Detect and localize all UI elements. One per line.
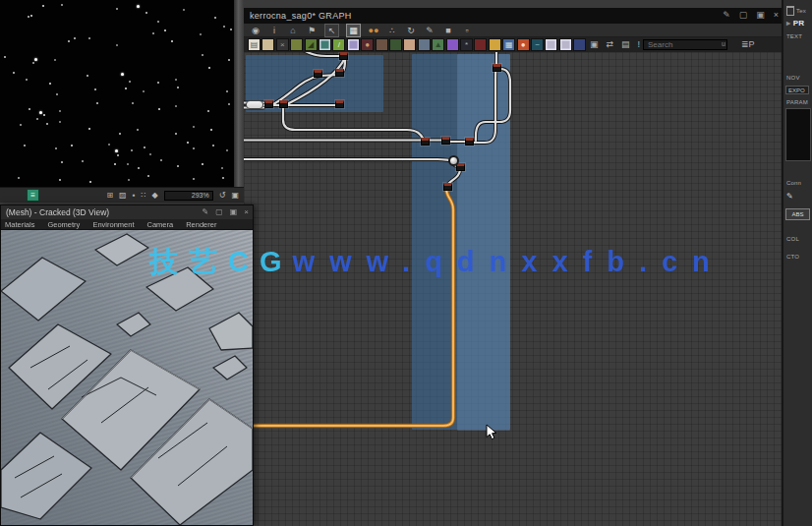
shelf-node-icon-4[interactable] xyxy=(290,38,303,51)
shelf-node-icon-20[interactable]: ● xyxy=(517,38,530,51)
list-options-icon[interactable]: ≣P xyxy=(741,39,755,49)
close-icon[interactable]: × xyxy=(774,9,779,21)
dot-node-selected[interactable] xyxy=(448,155,459,166)
texture-dot xyxy=(145,12,147,14)
rows-icon[interactable]: ▤ xyxy=(621,39,630,49)
info-icon[interactable]: i xyxy=(268,25,280,36)
graph-node-1[interactable] xyxy=(339,52,348,60)
shelf-node-icon-24[interactable] xyxy=(573,38,586,51)
shelf-node-icon-6[interactable] xyxy=(319,38,331,51)
shelf-node-icon-3[interactable]: × xyxy=(276,38,289,51)
search-input[interactable] xyxy=(643,39,727,50)
swatch-icon[interactable]: ▪ xyxy=(133,191,136,200)
atom-icon[interactable]: ◉ xyxy=(250,25,261,36)
shelf-node-icon-10[interactable] xyxy=(376,38,388,51)
ghost-square-icon[interactable]: ▫ xyxy=(461,25,473,36)
restore-icon[interactable]: ▢ xyxy=(215,206,223,218)
node-wire xyxy=(287,58,345,104)
maximize-icon[interactable]: ▣ xyxy=(756,9,765,21)
panel-edge-strip[interactable] xyxy=(234,0,244,187)
menu-renderer[interactable]: Renderer xyxy=(186,219,216,229)
pen-icon[interactable]: ✎ xyxy=(786,192,793,201)
solid-square-icon[interactable]: ■ xyxy=(442,25,454,36)
graph-node-9[interactable] xyxy=(441,137,450,145)
input-node[interactable] xyxy=(246,100,263,109)
graph-node-7[interactable] xyxy=(335,100,344,108)
abs-button[interactable]: ABS xyxy=(785,208,810,220)
graph-canvas[interactable] xyxy=(244,52,782,526)
texture-preview-box[interactable] xyxy=(785,108,811,161)
trash-icon[interactable] xyxy=(786,6,794,16)
shelf-node-icon-11[interactable] xyxy=(389,38,402,51)
menu-geometry[interactable]: Geometry xyxy=(47,219,80,229)
shelf-node-icon-22[interactable] xyxy=(545,38,557,51)
shelf-node-icon-5[interactable]: ◢ xyxy=(305,38,318,51)
popout-icon[interactable]: ▣ xyxy=(230,206,238,218)
shelf-node-icon-15[interactable] xyxy=(446,38,459,51)
shelf-node-icon-1[interactable]: ▤ xyxy=(248,38,261,51)
texture-dot xyxy=(226,149,228,151)
shelf-node-icon-2[interactable] xyxy=(261,38,274,51)
texture-dot xyxy=(177,87,179,88)
shelf-node-icon-19[interactable]: ▦ xyxy=(502,38,515,51)
texture-dot xyxy=(160,159,162,161)
graph-node-8[interactable] xyxy=(421,138,430,146)
flag-icon[interactable]: ⚑ xyxy=(306,25,318,36)
frame-preview-icon[interactable]: ▦ xyxy=(346,24,361,37)
tiles-icon[interactable]: ▨ xyxy=(119,191,127,200)
reset-zoom-icon[interactable]: ↺ xyxy=(219,191,226,200)
refresh-icon[interactable]: ↻ xyxy=(405,25,417,36)
alert-icon[interactable]: ! xyxy=(638,39,641,49)
properties-tab[interactable]: Tex xyxy=(786,6,806,16)
pin-icon[interactable]: ✎ xyxy=(723,9,730,21)
fit-icon[interactable]: ▣ xyxy=(231,191,239,200)
shelf-node-icon-8[interactable] xyxy=(347,38,360,51)
shelf-node-icon-12[interactable] xyxy=(403,38,416,51)
graph-window-controls: ✎▢▣× xyxy=(723,9,779,21)
shelf-node-icon-14[interactable]: ▲ xyxy=(432,38,444,51)
snap-icon[interactable]: ∴ xyxy=(386,25,398,36)
output-icon[interactable]: ≡ xyxy=(27,189,39,202)
pattern-icon[interactable]: ∷ xyxy=(141,191,145,200)
pen-icon[interactable]: ✎ xyxy=(424,25,435,36)
menu-materials[interactable]: Materials xyxy=(5,219,34,229)
shelf-node-icon-23[interactable] xyxy=(559,38,572,51)
graph-node-12[interactable] xyxy=(443,183,452,191)
graph-node-4[interactable] xyxy=(493,64,501,72)
pin-icon[interactable]: ✎ xyxy=(203,206,209,218)
board-icon[interactable]: ▣ xyxy=(590,39,599,49)
swap-icon[interactable]: ⇄ xyxy=(607,39,614,49)
shelf-node-icon-9[interactable]: ● xyxy=(361,38,374,51)
shelf-node-icon-18[interactable] xyxy=(489,38,501,51)
graph-node-3[interactable] xyxy=(335,69,344,77)
frame-select-icon[interactable]: ↖ xyxy=(324,24,339,37)
graph-tab-bar[interactable]: kerrocna_sag0* GRAPH xyxy=(244,8,782,24)
close-icon[interactable]: × xyxy=(244,206,249,218)
restore-icon[interactable]: ▢ xyxy=(739,9,748,21)
shelf-node-icon-7[interactable]: / xyxy=(332,38,345,51)
menu-camera[interactable]: Camera xyxy=(146,219,173,229)
graph-node-2[interactable] xyxy=(314,70,322,78)
viewer-3d-window: (Mesh) - Cracked (3D View) ✎▢▣× Material… xyxy=(0,205,254,526)
expo-dropdown[interactable]: EXPO xyxy=(785,86,809,94)
home-icon[interactable]: ⌂ xyxy=(287,25,299,36)
node-wire xyxy=(283,108,424,140)
search-clear-icon[interactable]: u xyxy=(722,40,725,47)
grid-icon[interactable]: ⊞ xyxy=(106,191,113,200)
zoom-level-field[interactable] xyxy=(164,191,213,201)
link-dots-icon[interactable]: ●● xyxy=(368,25,379,36)
graph-node-6[interactable] xyxy=(279,100,288,108)
diamond-icon[interactable]: ◆ xyxy=(152,191,158,200)
texture-2d-canvas[interactable] xyxy=(0,0,244,187)
texture-dot xyxy=(131,149,133,151)
shelf-node-icon-16[interactable]: * xyxy=(460,38,473,51)
viewer-3d-titlebar[interactable]: (Mesh) - Cracked (3D View) ✎▢▣× xyxy=(1,205,253,219)
menu-environment[interactable]: Environment xyxy=(92,219,134,229)
graph-node-10[interactable] xyxy=(465,138,474,146)
shelf-node-icon-21[interactable]: ~ xyxy=(531,38,544,51)
graph-node-5[interactable] xyxy=(264,100,273,108)
viewport-3d-render[interactable] xyxy=(1,230,253,525)
shelf-node-icon-13[interactable] xyxy=(418,38,431,51)
graph-tab-title[interactable]: kerrocna_sag0* GRAPH xyxy=(244,11,352,21)
shelf-node-icon-17[interactable] xyxy=(474,38,487,51)
